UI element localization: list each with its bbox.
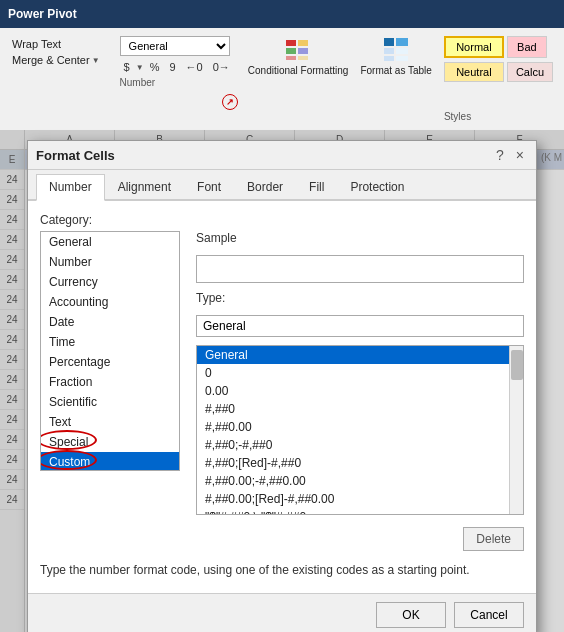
two-col-layout: General Number Currency Accounting Date …	[40, 231, 524, 551]
format-item-hash0.00[interactable]: #,##0.00	[197, 418, 523, 436]
number-buttons: $ ▼ % 9 ←0 0→	[120, 59, 234, 75]
category-list[interactable]: General Number Currency Accounting Date …	[40, 231, 180, 471]
svg-rect-4	[286, 56, 296, 60]
dialog-controls: ? ×	[492, 147, 528, 163]
category-section: General Number Currency Accounting Date …	[40, 231, 180, 551]
dialog-overlay: Format Cells ? × Number Alignment Font B…	[0, 130, 564, 632]
wrap-text-button[interactable]: Wrap Text	[8, 36, 104, 52]
format-item-hash-neg[interactable]: #,##0;-#,##0	[197, 436, 523, 454]
category-accounting[interactable]: Accounting	[41, 292, 179, 312]
format-item-hash2-red[interactable]: #,##0.00;[Red]-#,##0.00	[197, 490, 523, 508]
number-expand-button[interactable]: ↗	[222, 94, 238, 110]
dialog-content: Category: General Number Currency Accoun…	[28, 201, 536, 593]
calc-style-button[interactable]: Calcu	[507, 62, 553, 82]
format-item-general[interactable]: General	[197, 346, 523, 364]
decrease-decimal-button[interactable]: 0→	[209, 59, 234, 75]
svg-rect-9	[396, 48, 408, 54]
format-item-0.00[interactable]: 0.00	[197, 382, 523, 400]
number-group-wrapper: General $ ▼ % 9 ←0 0→ Number ↗	[112, 32, 242, 126]
category-special[interactable]: Special	[41, 432, 179, 452]
category-fraction[interactable]: Fraction	[41, 372, 179, 392]
currency-button[interactable]: $	[120, 59, 134, 75]
ok-button[interactable]: OK	[376, 602, 446, 628]
tab-fill[interactable]: Fill	[296, 174, 337, 199]
styles-group: Normal Bad Neutral Calcu Styles	[438, 32, 559, 126]
svg-rect-0	[286, 40, 296, 46]
category-number[interactable]: Number	[41, 252, 179, 272]
tab-protection[interactable]: Protection	[337, 174, 417, 199]
format-item-0[interactable]: 0	[197, 364, 523, 382]
alignment-group: Wrap Text Merge & Center ▼	[0, 32, 112, 126]
bad-style-button[interactable]: Bad	[507, 36, 547, 58]
type-input[interactable]	[196, 315, 524, 337]
format-as-table-button[interactable]: Format as Table	[360, 36, 432, 76]
format-as-table-icon	[382, 36, 410, 64]
category-text[interactable]: Text	[41, 412, 179, 432]
description-section: Type the number format code, using one o…	[40, 559, 524, 581]
ribbon-titlebar: Power Pivot	[0, 0, 564, 28]
type-label: Type:	[196, 291, 524, 305]
category-label: Category:	[40, 213, 524, 227]
list-scrollbar[interactable]	[509, 346, 523, 514]
tab-border[interactable]: Border	[234, 174, 296, 199]
dialog-tabs: Number Alignment Font Border Fill Protec…	[28, 170, 536, 201]
conditional-formatting-icon	[284, 36, 312, 64]
format-cells-dialog: Format Cells ? × Number Alignment Font B…	[27, 140, 537, 632]
alignment-group-label	[8, 120, 104, 122]
format-type-list[interactable]: General 0 0.00 #,##0 #,##0.00 #,##0;-#,#…	[196, 345, 524, 515]
scrollbar-thumb	[511, 350, 523, 380]
normal-style-button[interactable]: Normal	[444, 36, 504, 58]
category-custom[interactable]: Custom	[41, 452, 179, 471]
dialog-title: Format Cells	[36, 148, 115, 163]
tab-number[interactable]: Number	[36, 174, 105, 201]
svg-rect-1	[298, 40, 308, 46]
percent-button[interactable]: %	[146, 59, 164, 75]
category-general[interactable]: General	[41, 232, 179, 252]
category-time[interactable]: Time	[41, 332, 179, 352]
svg-rect-11	[396, 56, 408, 61]
format-right-section: Sample Type: General 0 0.00 #,##0 #,##0.…	[196, 231, 524, 551]
category-percentage[interactable]: Percentage	[41, 352, 179, 372]
sample-label: Sample	[196, 231, 524, 245]
svg-rect-8	[384, 48, 394, 54]
merge-center-button[interactable]: Merge & Center ▼	[8, 52, 104, 68]
cancel-button[interactable]: Cancel	[454, 602, 524, 628]
category-date[interactable]: Date	[41, 312, 179, 332]
ribbon: Power Pivot Wrap Text Merge & Center ▼ G…	[0, 0, 564, 130]
ribbon-body: Wrap Text Merge & Center ▼ General $ ▼ %…	[0, 28, 564, 130]
dialog-close-button[interactable]: ×	[512, 147, 528, 163]
tab-font[interactable]: Font	[184, 174, 234, 199]
sample-display	[196, 255, 524, 283]
conditional-formatting-button[interactable]: Conditional Formatting	[248, 36, 349, 76]
comma-button[interactable]: 9	[165, 59, 179, 75]
styles-group-label: Styles	[444, 109, 553, 122]
category-currency[interactable]: Currency	[41, 272, 179, 292]
tab-alignment[interactable]: Alignment	[105, 174, 184, 199]
app-title: Power Pivot	[8, 7, 77, 21]
svg-rect-7	[396, 38, 408, 46]
svg-rect-2	[286, 48, 296, 54]
currency-arrow: ▼	[136, 63, 144, 72]
dialog-help-button[interactable]: ?	[492, 147, 508, 163]
dialog-footer: OK Cancel	[28, 593, 536, 632]
svg-rect-10	[384, 56, 394, 61]
category-scientific[interactable]: Scientific	[41, 392, 179, 412]
conditional-format-group: Conditional Formatting	[242, 32, 355, 126]
neutral-style-button[interactable]: Neutral	[444, 62, 504, 82]
format-item-hash2-neg[interactable]: #,##0.00;-#,##0.00	[197, 472, 523, 490]
svg-rect-3	[298, 48, 308, 54]
delete-button[interactable]: Delete	[463, 527, 524, 551]
svg-rect-5	[298, 56, 308, 60]
svg-rect-6	[384, 38, 394, 46]
format-as-table-group: Format as Table	[354, 32, 438, 126]
format-item-hash-red[interactable]: #,##0;[Red]-#,##0	[197, 454, 523, 472]
increase-decimal-button[interactable]: ←0	[182, 59, 207, 75]
merge-dropdown-arrow: ▼	[92, 56, 100, 65]
description-text: Type the number format code, using one o…	[40, 559, 470, 581]
dialog-titlebar: Format Cells ? ×	[28, 141, 536, 170]
number-group: General $ ▼ % 9 ←0 0→ Number	[112, 32, 242, 92]
format-item-hash0[interactable]: #,##0	[197, 400, 523, 418]
number-format-select[interactable]: General	[120, 36, 230, 56]
number-group-label: Number	[120, 75, 234, 88]
format-item-dollar1[interactable]: "$"#,##0;\-"$"#,##0	[197, 508, 523, 515]
